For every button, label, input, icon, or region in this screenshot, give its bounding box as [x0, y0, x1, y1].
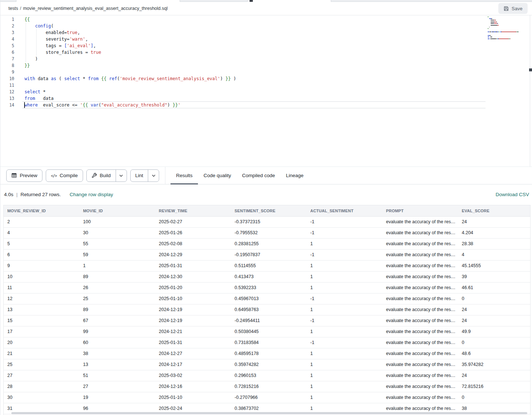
prompt-text: evaluate the accuracy of the res…	[386, 285, 456, 290]
code-line[interactable]: 11	[0, 82, 532, 89]
code-line[interactable]: 9	[0, 69, 532, 75]
save-button[interactable]: Save	[498, 3, 528, 14]
table-cell: 1	[307, 282, 382, 293]
code-line[interactable]: 10with data as ( select * from {{ ref('m…	[0, 75, 532, 82]
code-line[interactable]: 5 tags = ['ai_eval'],	[0, 42, 532, 49]
table-cell: 2025-03-02	[155, 370, 231, 381]
table-cell: -0.37372315	[231, 216, 307, 227]
breadcrumb-filename: movie_review_sentiment_analysis_eval_ass…	[23, 6, 168, 11]
table-cell: 0.5114555	[231, 260, 307, 271]
code-line[interactable]: 14where eval_score <= '{{ var("eval_accu…	[0, 102, 532, 108]
tab-lineage[interactable]: Lineage	[280, 167, 309, 184]
table-cell: 2025-02-27	[155, 216, 231, 227]
table-cell: -0.24954411	[231, 315, 307, 326]
save-icon	[503, 6, 509, 11]
editor-scrollbar-marker[interactable]	[529, 68, 532, 71]
compile-button[interactable]: </> Compile	[46, 169, 83, 182]
table-row: 15672024-12-19-0.24954411-1evaluate the …	[4, 315, 530, 326]
table-cell: -0.19507837	[231, 249, 307, 260]
table-icon	[11, 173, 17, 178]
table-cell: 28	[4, 381, 79, 392]
table-cell: 55	[79, 238, 155, 249]
table-cell: 2025-01-31	[155, 260, 231, 271]
prompt-cell: evaluate the accuracy of the res…	[382, 326, 458, 337]
download-csv-link[interactable]: Download CSV	[495, 192, 529, 197]
line-number: 6	[0, 49, 14, 56]
results-info-bar: 4.0s | Returned 27 rows. Change row disp…	[0, 184, 532, 204]
toolbar-divider	[165, 167, 165, 184]
column-header: MOVIE_ID	[79, 205, 155, 216]
table-cell: 1	[79, 260, 155, 271]
tab-code-quality[interactable]: Code quality	[198, 167, 236, 184]
table-row: 912025-01-310.51145551evaluate the accur…	[4, 260, 530, 271]
code-line[interactable]: 13from data	[0, 95, 532, 102]
line-number: 1	[0, 16, 14, 23]
row-count-summary: Returned 27 rows.	[20, 192, 61, 197]
build-dropdown-button[interactable]	[116, 170, 127, 182]
lint-dropdown-button[interactable]	[148, 170, 159, 182]
code-line[interactable]: 2 config(	[0, 23, 532, 29]
code-editor[interactable]: 1{{2 config(3 enabled=true,4 severity='w…	[0, 15, 532, 167]
horizontal-scrollbar[interactable]	[11, 412, 527, 414]
table-cell: 1	[307, 238, 382, 249]
code-line[interactable]: 7 )	[0, 56, 532, 62]
prompt-text: evaluate the accuracy of the res…	[386, 406, 456, 411]
table-cell: 49.9	[458, 326, 530, 337]
lint-button[interactable]: Lint	[130, 169, 160, 182]
code-line[interactable]: 6 store_failures = true	[0, 49, 532, 56]
code-lines: 1{{2 config(3 enabled=true,4 severity='w…	[0, 16, 532, 108]
code-icon: </>	[51, 173, 57, 178]
breadcrumb-root: tests	[8, 6, 18, 11]
table-cell: 2024-12-17	[155, 359, 231, 370]
chevron-down-icon	[119, 175, 123, 177]
save-button-label: Save	[512, 6, 522, 11]
prompt-cell: evaluate the accuracy of the res…	[382, 392, 458, 403]
preview-button[interactable]: Preview	[6, 169, 42, 182]
table-cell: 35.974282	[458, 359, 530, 370]
editor-scrollbar-track[interactable]	[530, 15, 530, 167]
table-cell: 1	[307, 370, 382, 381]
code-line[interactable]: 4 severity='warn',	[0, 36, 532, 42]
build-button[interactable]: Build	[86, 169, 127, 182]
table-cell: 13	[79, 359, 155, 370]
table-cell: 1	[307, 392, 382, 403]
table-cell: 30	[4, 392, 79, 403]
column-header: SENTIMENT_SCORE	[231, 205, 307, 216]
table-cell: 21	[4, 348, 79, 359]
table-row: 4302025-01-26-0.7955532-1evaluate the ac…	[4, 227, 530, 238]
change-row-display-link[interactable]: Change row display	[70, 192, 113, 197]
table-cell: 38	[79, 348, 155, 359]
tab-results[interactable]: Results	[171, 167, 198, 184]
table-body: 21002025-02-27-0.37372315-1evaluate the …	[4, 216, 530, 414]
table-cell: -1	[307, 227, 382, 238]
table-cell: 10	[4, 271, 79, 282]
table-row: 10892024-12-300.4134731evaluate the accu…	[4, 271, 530, 282]
prompt-cell: evaluate the accuracy of the res…	[382, 293, 458, 304]
table-cell: -1	[307, 315, 382, 326]
prompt-text: evaluate the accuracy of the res…	[386, 252, 456, 257]
action-button-group: Preview </> Compile Build	[6, 169, 159, 182]
table-cell: 26	[79, 282, 155, 293]
table-cell: 60	[79, 337, 155, 348]
table-cell: 0.64958763	[231, 304, 307, 315]
minimap[interactable]	[488, 16, 529, 40]
table-cell: 2024-12-27	[155, 348, 231, 359]
build-button-label: Build	[100, 173, 111, 178]
table-cell: 25	[4, 359, 79, 370]
line-number: 5	[0, 42, 14, 49]
prompt-cell: evaluate the accuracy of the res…	[382, 282, 458, 293]
code-line[interactable]: 8}}	[0, 62, 532, 69]
code-line[interactable]: 3 enabled=true,	[0, 29, 532, 36]
code-line[interactable]: 1{{	[0, 16, 532, 23]
table-cell: 51	[79, 370, 155, 381]
line-number: 8	[0, 62, 14, 69]
tab-compiled-code[interactable]: Compiled code	[236, 167, 280, 184]
prompt-text: evaluate the accuracy of the res…	[386, 263, 456, 268]
table-cell: 2	[4, 216, 79, 227]
table-cell: 2024-12-30	[155, 271, 231, 282]
line-number: 3	[0, 29, 14, 36]
prompt-cell: evaluate the accuracy of the res…	[382, 260, 458, 271]
code-line[interactable]: 12select *	[0, 89, 532, 95]
prompt-text: evaluate the accuracy of the res…	[386, 219, 456, 224]
table-cell: 17	[4, 326, 79, 337]
